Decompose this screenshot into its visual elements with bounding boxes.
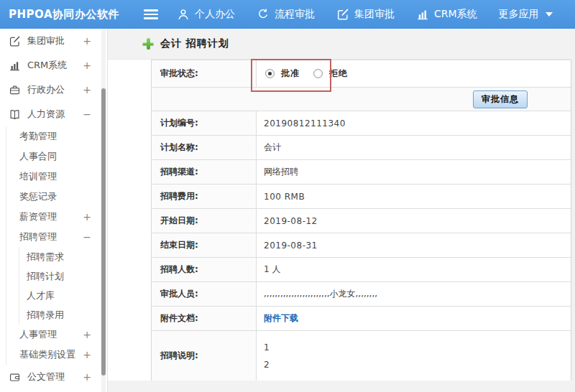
sidebar-item-training[interactable]: 培训管理 [6,167,107,187]
sidebar-item-label: 人力资源 [27,108,83,121]
form-row-recruit-cost: 招聘费用: 100 RMB [152,185,571,209]
sidebar-item-recruit-demand[interactable]: 招聘需求 [19,247,107,266]
field-label: 招聘渠道: [152,160,257,184]
nav-label: 更多应用 [499,8,539,21]
main-content: 会计 招聘计划 审批状态: 批准 拒绝 审批信息 计划编号: 201908121… [108,29,575,392]
hamburger-menu-icon[interactable] [144,9,158,19]
expander-plus-icon[interactable]: + [83,84,91,95]
nav-label: 流程审批 [275,8,315,21]
sidebar-item-label: 基础类别设置 [19,348,83,361]
sidebar-item-crm-system[interactable]: CRM系统 + [0,53,107,78]
expander-minus-icon[interactable]: − [83,108,91,120]
form-row-plan-name: 计划名称: 会计 [152,136,571,160]
expander-minus-icon[interactable]: − [83,231,91,243]
sidebar-item-label: 行政办公 [27,83,83,96]
sidebar-item-personnel-mgmt[interactable]: 人事管理 + [6,325,107,345]
sidebar-item-recruit-plan[interactable]: 招聘计划 [19,266,107,286]
book-icon [9,108,21,121]
description-line: 2 [264,360,270,370]
form-row-description: 招聘说明: 1 2 [152,331,571,381]
field-label: 结束日期: [152,233,257,257]
page-scrollbar-track [571,29,575,392]
sidebar-scrollbar-thumb[interactable] [101,88,106,375]
sidebar-item-vehicle-mgmt[interactable]: 用车管理 + [0,389,107,392]
sidebar-item-base-category[interactable]: 基础类别设置 + [6,345,107,365]
sidebar-item-recruit-hire[interactable]: 招聘录用 [19,305,107,325]
sidebar-item-label: 人才库 [27,289,91,302]
field-label: 审批人员: [152,282,257,306]
field-label: 审批状态: [152,60,257,87]
sidebar-item-rewards[interactable]: 奖惩记录 [6,187,107,207]
edit-icon [9,35,21,47]
radio-approve-label[interactable]: 批准 [281,67,300,80]
sidebar-item-label: 培训管理 [19,170,91,183]
user-icon [177,8,190,21]
sidebar-item-document-mgmt[interactable]: 公文管理 + [0,365,107,389]
top-navbar: PHPOA协同办公软件 个人办公 流程审批 集团审批 CRM系统 [0,0,575,29]
nav-label: 个人办公 [195,8,235,21]
field-value: 会计 [257,136,571,159]
nav-crm-system[interactable]: CRM系统 [416,8,477,21]
bar-chart-icon [9,60,21,72]
expander-plus-icon[interactable]: + [83,329,91,340]
sidebar-item-label: 人事管理 [19,328,83,341]
attachment-download-link[interactable]: 附件下载 [264,312,298,325]
field-value: ,,,,,,,,,,,,,,,,,,,,,,,,小龙女,,,,,,,, [257,282,571,306]
expander-plus-icon[interactable]: + [83,60,91,71]
sidebar-item-label: CRM系统 [27,59,83,72]
content-footer [108,381,575,392]
field-label: 计划编号: [152,111,257,135]
expander-plus-icon[interactable]: + [83,349,91,360]
field-label: 招聘人数: [152,258,257,281]
sidebar-item-group-approval[interactable]: 集团审批 + [0,29,107,53]
refresh-arrow-icon [257,8,270,21]
form-row-status: 审批状态: 批准 拒绝 [152,60,571,88]
nav-label: CRM系统 [434,8,477,21]
sidebar-item-label: 招聘录用 [27,309,91,322]
app-logo-title: PHPOA协同办公软件 [0,8,135,22]
sidebar-item-attendance[interactable]: 考勤管理 [6,126,107,146]
nav-personal-office[interactable]: 个人办公 [177,8,235,21]
expander-plus-icon[interactable]: + [83,35,91,47]
form-row-attachment: 附件文档: 附件下载 [152,307,571,331]
radio-reject[interactable] [313,69,323,78]
sidebar-item-label: 薪资管理 [19,210,83,223]
bar-chart-icon [416,8,429,21]
nav-more-apps[interactable]: 更多应用 [499,8,553,21]
sidebar-item-recruit-mgmt[interactable]: 招聘管理 − [6,227,107,247]
sidebar-item-hr-contract[interactable]: 人事合同 [6,146,107,167]
radio-approve[interactable] [265,69,275,78]
sidebar-item-label: 人事合同 [19,150,91,163]
expander-plus-icon[interactable]: + [83,371,91,383]
briefcase-icon [9,84,21,96]
sidebar-item-label: 招聘管理 [19,230,83,243]
approve-info-button[interactable]: 审批信息 [473,90,528,108]
nav-group-approval[interactable]: 集团审批 [336,8,395,21]
sidebar-subgroup-hr: 考勤管理 人事合同 培训管理 奖惩记录 薪资管理 + 招聘管理 − 招聘需求 招… [6,126,107,365]
sidebar-item-label: 考勤管理 [19,130,91,143]
form-row-recruit-channel: 招聘渠道: 网络招聘 [152,160,571,185]
field-value: 100 RMB [257,185,571,208]
nav-label: 集团审批 [354,8,395,21]
sidebar-item-human-resources[interactable]: 人力资源 − [0,102,107,126]
description-line: 1 [264,342,270,353]
radio-reject-label[interactable]: 拒绝 [329,67,348,80]
field-value: 2019-08-12 [257,209,571,233]
sidebar-item-talent-pool[interactable]: 人才库 [19,286,107,305]
form-row-headcount: 招聘人数: 1 人 [152,258,571,282]
form-row-start-date: 开始日期: 2019-08-12 [152,209,571,233]
sidebar-item-salary[interactable]: 薪资管理 + [6,207,107,227]
sidebar-item-label: 招聘计划 [27,270,91,283]
sidebar-subgroup-recruit: 招聘需求 招聘计划 人才库 招聘录用 [19,247,107,325]
sidebar-item-admin-office[interactable]: 行政办公 + [0,78,107,102]
content-header: 会计 招聘计划 [108,29,575,60]
caret-down-icon [546,12,553,17]
add-plus-icon [142,38,154,50]
field-value: 1 人 [257,258,571,281]
approval-radio-group: 批准 拒绝 [264,67,355,80]
field-label: 招聘说明: [152,331,257,381]
nav-workflow-approval[interactable]: 流程审批 [257,8,315,21]
expander-plus-icon[interactable]: + [83,211,91,223]
field-value: 2019-08-31 [257,233,571,257]
field-value: 20190812111340 [257,111,571,135]
